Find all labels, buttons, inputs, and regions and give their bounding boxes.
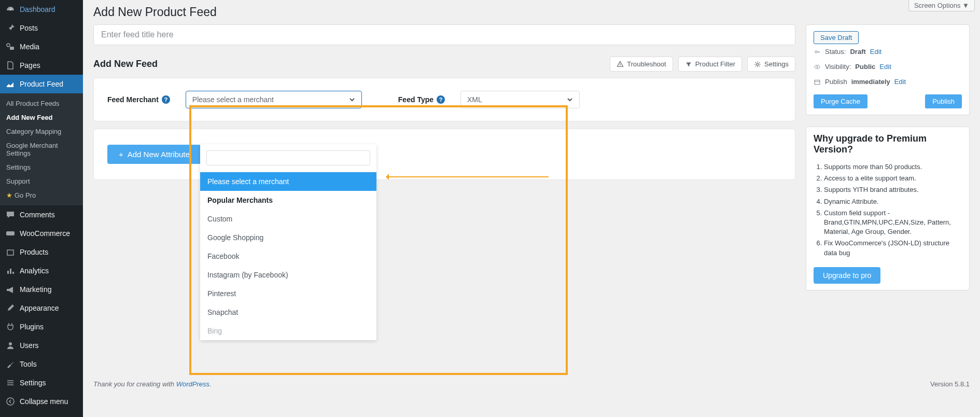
- dropdown-list[interactable]: Please select a merchant Popular Merchan…: [200, 172, 376, 340]
- publish-date-row: Publish immediately Edit: [814, 74, 962, 89]
- svg-point-7: [9, 342, 12, 345]
- sidebar-item-product-feed[interactable]: Product Feed: [0, 75, 83, 93]
- sidebar-item-settings[interactable]: Settings: [0, 373, 83, 392]
- sidebar-item-label: Appearance: [20, 304, 59, 312]
- svg-point-11: [817, 66, 818, 67]
- purge-cache-button[interactable]: Purge Cache: [814, 94, 867, 108]
- user-icon: [5, 340, 16, 351]
- sidebar-submenu: All Product Feeds Add New Feed Category …: [0, 93, 83, 205]
- upgrade-list: Supports more than 50 products. Access t…: [814, 162, 962, 258]
- sidebar-item-tools[interactable]: Tools: [0, 355, 83, 373]
- sidebar-item-label: Collapse menu: [20, 397, 68, 406]
- save-draft-button[interactable]: Save Draft: [814, 31, 859, 44]
- button-label: Troubleshoot: [627, 60, 666, 68]
- visibility-row: Visibility: Public Edit: [814, 59, 962, 74]
- upgrade-to-pro-button[interactable]: Upgrade to pro: [814, 267, 880, 284]
- list-item: Supports YITH brand attributes.: [824, 185, 962, 194]
- svg-point-9: [757, 63, 759, 65]
- dropdown-item-placeholder[interactable]: Please select a merchant: [200, 172, 376, 191]
- list-item: Dynamic Attribute.: [824, 197, 962, 206]
- sidebar-item-marketing[interactable]: Marketing: [0, 280, 83, 299]
- list-item: Access to a elite support team.: [824, 174, 962, 183]
- edit-publish-link[interactable]: Edit: [894, 78, 906, 86]
- sidebar-item-label: Marketing: [20, 285, 51, 294]
- feed-config-panel: Feed Merchant? Please select a merchant …: [93, 78, 795, 121]
- dropdown-search-input[interactable]: [206, 150, 370, 165]
- publish-button[interactable]: Publish: [925, 94, 962, 108]
- sidebar-item-dashboard[interactable]: Dashboard: [0, 0, 83, 19]
- brush-icon: [5, 303, 16, 313]
- sidebar-sub-support[interactable]: Support: [0, 174, 83, 188]
- dropdown-item[interactable]: Instagram (by Facebook): [200, 266, 376, 284]
- svg-rect-2: [10, 47, 14, 50]
- help-icon[interactable]: ?: [162, 95, 170, 104]
- sidebar-item-pages[interactable]: Pages: [0, 56, 83, 75]
- sidebar-item-woocommerce[interactable]: WooCommerce: [0, 224, 83, 243]
- sidebar-sub-all-feeds[interactable]: All Product Feeds: [0, 96, 83, 110]
- sidebar-sub-google-merchant[interactable]: Google Merchant Settings: [0, 138, 83, 160]
- sidebar-item-comments[interactable]: Comments: [0, 205, 83, 224]
- gear-icon: [754, 61, 761, 68]
- chevron-down-icon: [567, 96, 573, 103]
- help-icon[interactable]: ?: [437, 95, 445, 104]
- select-value: Please select a merchant: [192, 95, 274, 104]
- gauge-icon: [5, 4, 16, 15]
- dropdown-search-wrap: [200, 144, 376, 172]
- sidebar-item-products[interactable]: Products: [0, 243, 83, 261]
- sidebar-item-collapse[interactable]: Collapse menu: [0, 392, 83, 411]
- attribute-panel: +Add New Attribute: [93, 129, 795, 180]
- product-filter-button[interactable]: Product Filter: [678, 57, 742, 72]
- sidebar-item-label: Users: [20, 341, 39, 350]
- collapse-icon: [5, 396, 16, 407]
- edit-status-link[interactable]: Edit: [870, 48, 881, 55]
- chart-icon: [5, 79, 16, 89]
- dropdown-item[interactable]: Bing: [200, 322, 376, 340]
- merchant-select[interactable]: Please select a merchant: [186, 91, 362, 108]
- sidebar-sub-category-mapping[interactable]: Category Mapping: [0, 124, 83, 138]
- settings-button[interactable]: Settings: [747, 57, 795, 72]
- status-row: Status: Draft Edit: [814, 44, 962, 59]
- sidebar-sub-settings[interactable]: Settings: [0, 160, 83, 174]
- dropdown-item[interactable]: Pinterest: [200, 284, 376, 303]
- list-item: Fix WooCommerce's (JSON-LD) structure da…: [824, 239, 962, 257]
- media-icon: [5, 41, 16, 52]
- eye-icon: [814, 63, 821, 71]
- sidebar-item-media[interactable]: Media: [0, 37, 83, 56]
- sidebar-sub-go-pro[interactable]: ★Go Pro: [0, 188, 83, 202]
- sidebar-item-analytics[interactable]: Analytics: [0, 261, 83, 280]
- sidebar-item-posts[interactable]: Posts: [0, 19, 83, 37]
- sidebar-sub-add-new-feed[interactable]: Add New Feed: [0, 110, 83, 124]
- dropdown-item[interactable]: Snapchat: [200, 303, 376, 322]
- sidebar-item-label: WooCommerce: [20, 229, 70, 238]
- feed-type-label: Feed Type?: [398, 95, 445, 104]
- dropdown-item[interactable]: Google Shopping: [200, 228, 376, 247]
- pages-icon: [5, 60, 16, 71]
- svg-point-8: [7, 398, 14, 405]
- feed-type-select[interactable]: XML: [460, 91, 580, 108]
- svg-rect-6: [12, 272, 14, 274]
- sidebar-item-appearance[interactable]: Appearance: [0, 299, 83, 317]
- svg-rect-3: [6, 231, 15, 235]
- button-label: Add New Attribute: [128, 150, 190, 159]
- star-icon: ★: [6, 191, 12, 199]
- svg-point-10: [815, 50, 817, 52]
- sidebar-item-users[interactable]: Users: [0, 336, 83, 355]
- add-new-attribute-button[interactable]: +Add New Attribute: [107, 145, 201, 164]
- key-icon: [814, 48, 821, 55]
- sidebar-item-label: Plugins: [20, 323, 44, 331]
- screen-options-toggle[interactable]: Screen Options ▼: [908, 0, 975, 11]
- wordpress-link[interactable]: WordPress: [176, 380, 209, 388]
- woo-icon: [5, 228, 16, 239]
- troubleshoot-button[interactable]: Troubleshoot: [610, 57, 673, 72]
- version-text: Version 5.8.1: [930, 380, 970, 388]
- sidebar-item-plugins[interactable]: Plugins: [0, 317, 83, 336]
- dropdown-item[interactable]: Custom: [200, 210, 376, 228]
- section-title: Add New Feed: [93, 59, 610, 70]
- footer: Thank you for creating with WordPress. V…: [93, 380, 970, 388]
- feed-title-input[interactable]: [93, 24, 795, 45]
- button-label: Product Filter: [695, 60, 735, 68]
- edit-visibility-link[interactable]: Edit: [879, 63, 891, 71]
- publish-box: Save Draft Status: Draft Edit Visibility…: [806, 24, 970, 115]
- dropdown-item[interactable]: Facebook: [200, 247, 376, 266]
- sidebar-item-label: Product Feed: [20, 80, 63, 88]
